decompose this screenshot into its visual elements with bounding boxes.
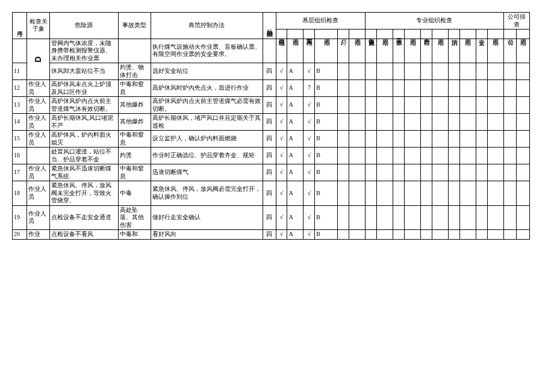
empty-cell	[517, 39, 530, 63]
empty-cell	[459, 164, 476, 181]
cell-src: 紧急休风不迅速切断煤气系统	[50, 164, 118, 181]
cell-obj	[27, 148, 50, 164]
empty-cell	[276, 39, 287, 63]
empty-cell	[459, 80, 476, 97]
cell-seq: 20	[13, 230, 27, 240]
empty-cell	[349, 181, 366, 206]
empty-cell	[459, 39, 476, 63]
cell-src: 点检设备不走安全通道	[50, 205, 118, 230]
cell-src: 休风卸大盖站位不当	[50, 63, 118, 80]
empty-cell	[377, 164, 393, 181]
empty-cell	[432, 114, 448, 131]
empty-cell	[476, 230, 487, 240]
cell-post: √	[276, 80, 287, 97]
cell-meas: 高炉休风时炉內先点火，后进行作业	[151, 80, 263, 97]
empty-cell	[377, 63, 393, 80]
empty-cell	[366, 114, 377, 131]
empty-cell	[503, 97, 517, 114]
empty-cell	[432, 205, 448, 230]
cell-obj: D	[27, 39, 50, 80]
cell-sect: √	[303, 97, 315, 114]
cell-sect-cycle: B	[315, 63, 338, 80]
rotated-letter-icon: D	[33, 56, 44, 62]
cell-meas: 迅速切断煤气	[151, 164, 263, 181]
empty-cell	[448, 97, 459, 114]
empty-cell	[366, 148, 377, 164]
empty-cell	[487, 205, 503, 230]
empty-cell	[459, 97, 476, 114]
cell-post: √	[276, 97, 287, 114]
empty-cell	[503, 114, 517, 131]
empty-cell	[366, 230, 377, 240]
empty-cell	[487, 164, 503, 181]
cell-src: 处置风口灌渣，站位不当、护品穿着不全	[50, 148, 118, 164]
empty-cell	[503, 164, 517, 181]
empty-cell	[366, 131, 377, 148]
col-g-branch: 分厂	[338, 30, 349, 39]
empty-cell	[404, 97, 420, 114]
cell-type	[118, 39, 151, 63]
empty-cell	[459, 230, 476, 240]
col-g-cycle1: 周期	[287, 30, 303, 39]
empty-cell	[420, 230, 432, 240]
empty-cell	[377, 230, 393, 240]
col-g-post: 岗位班组	[276, 30, 287, 39]
empty-cell	[503, 148, 517, 164]
empty-cell	[487, 114, 503, 131]
cell-sect-cycle: B	[315, 205, 338, 230]
empty-cell	[393, 114, 405, 131]
empty-cell	[448, 39, 459, 63]
cell-src: 管网内气体浓度，未随身携带检测报警仪器、未办理相关作业票	[50, 39, 118, 63]
cell-obj: 作业人员	[27, 181, 50, 206]
inspection-table: 序号 检查关于象 危险源 事故类型 典范控制办法 风险级别 基层组织检查 专业组…	[12, 12, 530, 240]
empty-cell	[420, 205, 432, 230]
cell-post-cycle: A	[287, 205, 303, 230]
cell-meas: 看好风向	[151, 230, 263, 240]
empty-cell	[404, 205, 420, 230]
empty-cell	[393, 39, 405, 63]
empty-cell	[349, 63, 366, 80]
cell-type: 灼烫	[118, 148, 151, 164]
empty-cell	[338, 148, 349, 164]
empty-cell	[476, 181, 487, 206]
empty-cell	[393, 181, 405, 206]
empty-cell	[432, 97, 448, 114]
table-row: 11休风卸大盖站位不当灼烫、物体打击选好安全站位四√A√B	[13, 63, 530, 80]
empty-cell	[432, 131, 448, 148]
empty-cell	[377, 131, 393, 148]
empty-cell	[366, 63, 377, 80]
empty-cell	[338, 63, 349, 80]
empty-cell	[459, 114, 476, 131]
empty-cell	[459, 148, 476, 164]
cell-obj: 作业人员	[27, 164, 50, 181]
empty-cell	[503, 230, 517, 240]
cell-obj: 作业人员	[27, 131, 50, 148]
col-src: 危险源	[50, 13, 118, 39]
empty-cell	[432, 63, 448, 80]
empty-cell	[349, 164, 366, 181]
col-p-tech: 工艺技术	[393, 30, 405, 39]
cell-sect-cycle: B	[315, 148, 338, 164]
empty-cell	[476, 148, 487, 164]
cell-risk: 四	[263, 148, 276, 164]
empty-cell	[420, 181, 432, 206]
cell-risk: 四	[263, 80, 276, 97]
cell-type: 高处坠落、其他伤害	[118, 205, 151, 230]
cell-post-cycle: A	[287, 164, 303, 181]
cell-type: 中毒	[118, 181, 151, 206]
cell-risk	[263, 39, 276, 63]
empty-cell	[503, 205, 517, 230]
empty-cell	[476, 164, 487, 181]
cell-post-cycle: A	[287, 148, 303, 164]
empty-cell	[517, 205, 530, 230]
empty-cell	[303, 39, 315, 63]
empty-cell	[420, 164, 432, 181]
empty-cell	[459, 181, 476, 206]
cell-seq: 11	[13, 63, 27, 80]
empty-cell	[476, 131, 487, 148]
col-p-cycle3: 周期	[432, 30, 448, 39]
cell-meas: 选好安全站位	[151, 63, 263, 80]
empty-cell	[459, 205, 476, 230]
empty-cell	[476, 39, 487, 63]
empty-cell	[432, 39, 448, 63]
